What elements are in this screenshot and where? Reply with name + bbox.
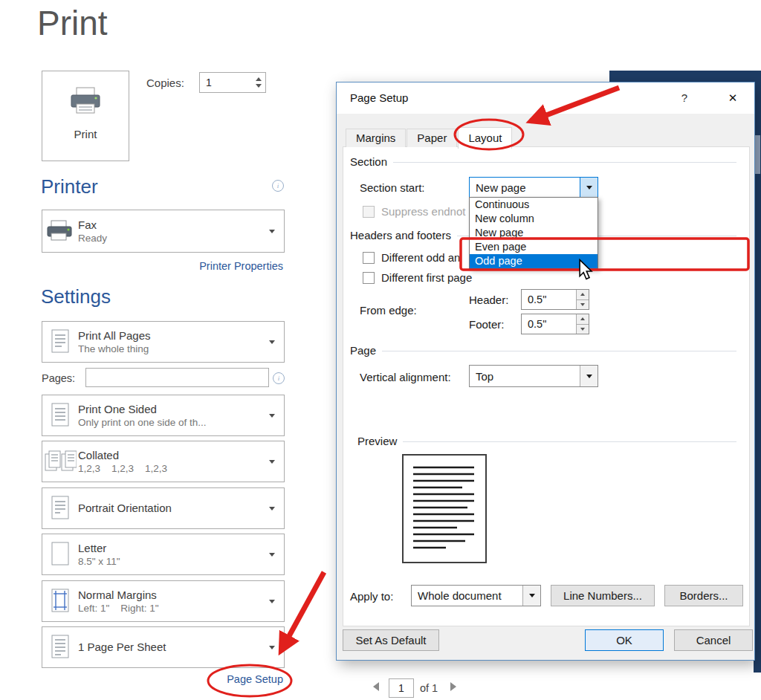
header-label: Header: <box>469 294 508 306</box>
document-preview-thumbnail <box>402 454 487 563</box>
line-numbers-button[interactable]: Line Numbers... <box>551 585 655 606</box>
collated-icon <box>44 450 77 473</box>
setting-subtitle: Only print on one side of th... <box>78 417 269 428</box>
increment-icon[interactable] <box>256 77 262 81</box>
ok-button[interactable]: OK <box>585 629 664 651</box>
preview-scrollbar-thumb[interactable] <box>754 135 760 174</box>
setting-title: Portrait Orientation <box>78 502 269 514</box>
section-start-dropdown: Continuous New column New page Even page… <box>469 197 598 269</box>
chevron-down-icon <box>269 600 275 603</box>
increment-icon[interactable] <box>576 314 589 325</box>
increment-icon[interactable] <box>576 290 589 300</box>
section-start-value: New page <box>470 181 580 194</box>
decrement-icon[interactable] <box>576 325 589 334</box>
chevron-down-icon <box>269 507 275 511</box>
setting-subtitle: 1,2,3 1,2,3 1,2,3 <box>78 463 269 474</box>
chevron-down-icon <box>269 646 275 649</box>
different-first-page-checkbox[interactable]: Different first page <box>363 271 472 284</box>
footer-label: Footer: <box>469 318 505 331</box>
setting-subtitle: Left: 1" Right: 1" <box>78 603 269 614</box>
chevron-down-icon <box>269 230 275 233</box>
vertical-alignment-select[interactable]: Top <box>469 365 598 387</box>
tab-paper[interactable]: Paper <box>407 129 457 147</box>
checkbox-icon <box>363 252 375 264</box>
chevron-down-icon[interactable] <box>580 178 598 198</box>
option-continuous[interactable]: Continuous <box>470 198 598 212</box>
settings-heading: Settings <box>41 285 111 308</box>
page-setup-link[interactable]: Page Setup <box>42 673 283 685</box>
different-odd-even-checkbox[interactable]: Different odd an <box>363 251 460 264</box>
tab-layout[interactable]: Layout <box>458 127 512 149</box>
group-divider <box>382 351 736 351</box>
setting-print-one-sided[interactable]: Print One Sided Only print on one side o… <box>42 395 285 436</box>
help-button[interactable]: ? <box>668 82 701 114</box>
apply-to-label: Apply to: <box>350 590 393 603</box>
word-print-backstage: Print Print Copies: Printer i <box>0 0 761 700</box>
tab-margins[interactable]: Margins <box>346 129 406 147</box>
setting-title: Collated <box>78 449 269 461</box>
page-count-label: of 1 <box>420 682 438 694</box>
close-button[interactable]: ✕ <box>713 82 753 114</box>
borders-button[interactable]: Borders... <box>664 585 743 606</box>
checkbox-icon <box>363 272 375 284</box>
dialog-titlebar[interactable]: Page Setup ? ✕ <box>337 82 754 114</box>
setting-title: 1 Page Per Sheet <box>78 641 269 653</box>
dialog-title: Page Setup <box>350 82 408 114</box>
setting-collated[interactable]: Collated 1,2,3 1,2,3 1,2,3 <box>42 441 285 482</box>
copies-input[interactable] <box>200 76 252 89</box>
option-new-column[interactable]: New column <box>470 212 598 226</box>
printer-name: Fax <box>78 218 269 231</box>
apply-to-select[interactable]: Whole document <box>411 585 541 606</box>
checkbox-icon <box>363 206 375 218</box>
suppress-endnotes-checkbox[interactable]: Suppress endnot <box>363 205 465 218</box>
portrait-orientation-icon <box>49 496 71 521</box>
setting-title: Print One Sided <box>78 403 269 415</box>
pages-input[interactable] <box>85 368 269 387</box>
chevron-down-icon[interactable] <box>580 366 598 386</box>
setting-title: Letter <box>78 542 269 554</box>
pages-info-icon[interactable]: i <box>273 372 285 384</box>
copies-label: Copies: <box>146 77 184 89</box>
chevron-down-icon[interactable] <box>522 586 540 606</box>
setting-portrait-orientation[interactable]: Portrait Orientation <box>42 487 285 529</box>
footer-spinner[interactable]: 0.5" <box>521 314 589 334</box>
normal-margins-icon <box>49 589 71 614</box>
copies-spin-buttons[interactable] <box>252 73 265 92</box>
set-as-default-button[interactable]: Set As Default <box>343 629 439 651</box>
next-page-icon[interactable] <box>450 682 456 691</box>
printer-heading: Printer <box>41 175 98 198</box>
group-divider <box>393 162 736 163</box>
pages-per-sheet-icon <box>49 635 71 660</box>
printer-selector[interactable]: Fax Ready <box>42 210 285 253</box>
copies-stepper[interactable] <box>199 72 266 93</box>
setting-pages-per-sheet[interactable]: 1 Page Per Sheet <box>42 626 285 668</box>
print-one-sided-icon <box>49 403 71 428</box>
headers-footers-group-label: Headers and footers <box>350 229 451 242</box>
printer-status: Ready <box>78 233 269 244</box>
option-odd-page[interactable]: Odd page <box>470 254 598 268</box>
fax-printer-icon <box>45 220 75 242</box>
decrement-icon[interactable] <box>576 300 589 310</box>
setting-subtitle: 8.5" x 11" <box>78 556 269 567</box>
page-group-label: Page <box>350 344 376 357</box>
setting-paper-size[interactable]: Letter 8.5" x 11" <box>42 534 285 575</box>
chevron-down-icon <box>269 414 275 418</box>
section-start-select[interactable]: New page <box>469 177 598 198</box>
previous-page-icon[interactable] <box>373 682 379 691</box>
setting-title: Print All Pages <box>78 329 269 342</box>
option-new-page[interactable]: New page <box>470 226 598 240</box>
current-page-box[interactable]: 1 <box>389 678 414 698</box>
setting-margins[interactable]: Normal Margins Left: 1" Right: 1" <box>42 580 285 622</box>
setting-print-all-pages[interactable]: Print All Pages The whole thing <box>42 321 285 363</box>
header-spinner[interactable]: 0.5" <box>521 289 589 310</box>
printer-properties-link[interactable]: Printer Properties <box>42 260 283 272</box>
preview-area-edge <box>609 71 761 82</box>
decrement-icon[interactable] <box>256 84 262 88</box>
option-even-page[interactable]: Even page <box>470 240 598 254</box>
pages-label: Pages: <box>42 372 75 384</box>
annotation-arrow-to-page-setup <box>281 572 324 651</box>
cancel-button[interactable]: Cancel <box>674 629 753 651</box>
printer-info-icon[interactable]: i <box>272 180 284 192</box>
chevron-down-icon <box>269 340 275 344</box>
print-button[interactable]: Print <box>42 71 129 161</box>
